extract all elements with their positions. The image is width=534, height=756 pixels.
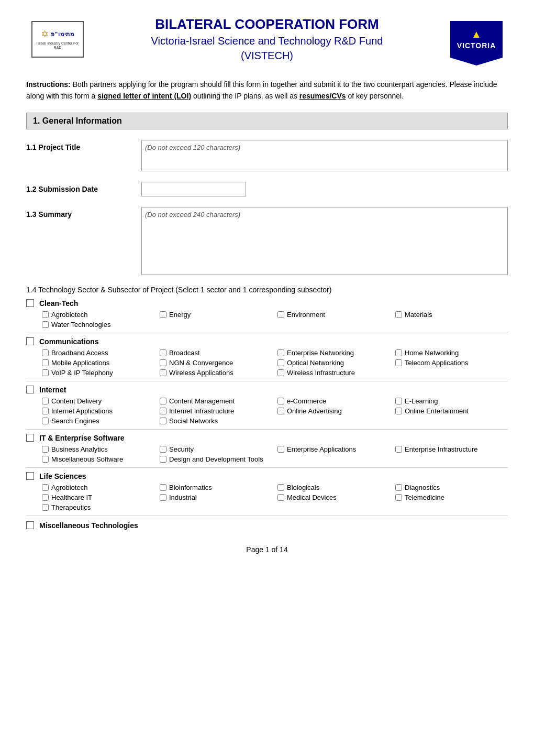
content-delivery-checkbox[interactable] [42, 398, 49, 404]
enterprise-networking-checkbox[interactable] [277, 349, 284, 356]
therapeutics-checkbox[interactable] [42, 504, 49, 511]
victoria-text: VICTORIA [457, 41, 496, 50]
biologicals-label: Biologicals [287, 484, 319, 491]
list-item: Broadband Access [42, 349, 154, 357]
online-entertainment-label: Online Entertainment [405, 407, 469, 415]
clean-tech-checkbox[interactable] [26, 299, 34, 307]
internet-checkbox[interactable] [26, 386, 34, 393]
mobile-apps-checkbox[interactable] [42, 359, 49, 366]
instructions-block: Instructions: Both partners applying for… [26, 79, 508, 102]
bioinformatics-checkbox[interactable] [160, 484, 166, 491]
list-item: Energy [160, 311, 272, 319]
optical-networking-checkbox[interactable] [277, 359, 284, 366]
telecom-apps-checkbox[interactable] [395, 359, 402, 366]
list-item: Wireless Infrastructure [277, 369, 390, 377]
diagnostics-checkbox[interactable] [395, 484, 402, 491]
business-analytics-checkbox[interactable] [42, 446, 49, 453]
agrobiotech-ls-checkbox[interactable] [42, 484, 49, 491]
industrial-label: Industrial [169, 494, 197, 501]
communications-label: Communications [39, 337, 99, 346]
resumes-text: resumes/CVs [299, 92, 346, 100]
submission-date-label: 1.2 Submission Date [26, 182, 131, 193]
medical-devices-label: Medical Devices [287, 494, 337, 501]
wireless-infra-checkbox[interactable] [277, 369, 284, 376]
internet-sector: Internet Content Delivery Content Manage… [26, 386, 508, 430]
environment-checkbox[interactable] [277, 311, 284, 318]
enterprise-infra-checkbox[interactable] [395, 446, 402, 453]
agrobiotech-cleantech-label: Agrobiotech [51, 311, 87, 319]
misc-tech-checkbox[interactable] [26, 521, 34, 529]
social-networks-checkbox[interactable] [160, 418, 166, 424]
home-networking-label: Home Networking [405, 349, 459, 357]
clean-tech-label: Clean-Tech [39, 299, 78, 308]
ecommerce-checkbox[interactable] [277, 398, 284, 404]
list-item: Environment [277, 311, 390, 319]
industrial-checkbox[interactable] [160, 494, 166, 501]
online-advertising-checkbox[interactable] [277, 408, 284, 414]
list-item: E-Learning [395, 397, 508, 405]
submission-date-input[interactable] [141, 182, 246, 196]
life-sciences-sector: Life Sciences Agrobiotech Bioinformatics… [26, 472, 508, 516]
list-item: Design and Development Tools [160, 455, 272, 463]
internet-apps-label: Internet Applications [51, 407, 113, 415]
design-dev-tools-checkbox[interactable] [160, 456, 166, 463]
broadband-access-checkbox[interactable] [42, 349, 49, 356]
broadcast-label: Broadcast [169, 349, 200, 357]
content-management-checkbox[interactable] [160, 398, 166, 404]
telemedicine-checkbox[interactable] [395, 494, 402, 501]
signed-loi-text: signed letter of intent (LOI) [97, 92, 191, 100]
voip-checkbox[interactable] [42, 369, 49, 376]
list-item: Mobile Applications [42, 359, 154, 367]
list-item: Online Entertainment [395, 407, 508, 415]
list-item: Broadcast [160, 349, 272, 357]
it-enterprise-checkbox[interactable] [26, 434, 34, 442]
victoria-logo-container: ▲ VICTORIA [445, 21, 508, 58]
life-sciences-checkbox[interactable] [26, 472, 34, 480]
online-entertainment-checkbox[interactable] [395, 408, 402, 414]
enterprise-apps-label: Enterprise Applications [287, 445, 356, 453]
search-engines-checkbox[interactable] [42, 418, 49, 424]
enterprise-apps-checkbox[interactable] [277, 446, 284, 453]
broadcast-checkbox[interactable] [160, 349, 166, 356]
security-checkbox[interactable] [160, 446, 166, 453]
project-title-input[interactable]: (Do not exceed 120 characters) [141, 140, 508, 171]
matimop-logo: ✡ מתימו"פ Israeli Industry Center For R&… [31, 21, 84, 58]
communications-header: Communications [26, 337, 508, 346]
matimop-text: מתימו"פ [51, 31, 74, 38]
list-item: Wireless Applications [160, 369, 272, 377]
matimop-subtext: Israeli Industry Center For R&D [35, 41, 81, 50]
agrobiotech-cleantech-checkbox[interactable] [42, 311, 49, 318]
ngn-convergence-checkbox[interactable] [160, 359, 166, 366]
misc-software-checkbox[interactable] [42, 456, 49, 463]
healthcare-it-checkbox[interactable] [42, 494, 49, 501]
water-tech-checkbox[interactable] [42, 321, 49, 328]
list-item: Content Delivery [42, 397, 154, 405]
telecom-apps-label: Telecom Applications [405, 359, 468, 367]
security-label: Security [169, 445, 194, 453]
list-item: Enterprise Infrastructure [395, 445, 508, 453]
internet-apps-checkbox[interactable] [42, 408, 49, 414]
list-item: VoIP & IP Telephony [42, 369, 154, 377]
life-sciences-subsectors: Agrobiotech Bioinformatics Biologicals D… [42, 484, 508, 511]
wireless-apps-checkbox[interactable] [160, 369, 166, 376]
energy-checkbox[interactable] [160, 311, 166, 318]
agrobiotech-ls-label: Agrobiotech [51, 484, 87, 491]
summary-input[interactable]: (Do not exceed 240 characters) [141, 207, 508, 275]
healthcare-it-label: Healthcare IT [51, 494, 92, 501]
ngn-convergence-label: NGN & Convergence [169, 359, 233, 367]
list-item: Diagnostics [395, 484, 508, 491]
materials-checkbox[interactable] [395, 311, 402, 318]
home-networking-checkbox[interactable] [395, 349, 402, 356]
elearning-checkbox[interactable] [395, 398, 402, 404]
clean-tech-subsectors: Agrobiotech Energy Environment Materials… [42, 311, 508, 328]
misc-tech-sector: Miscellaneous Technologies [26, 521, 508, 530]
internet-subsectors: Content Delivery Content Management e-Co… [42, 397, 508, 425]
communications-checkbox[interactable] [26, 337, 34, 345]
medical-devices-checkbox[interactable] [277, 494, 284, 501]
communications-subsectors: Broadband Access Broadcast Enterprise Ne… [42, 349, 508, 377]
list-item: Agrobiotech [42, 484, 154, 491]
content-management-label: Content Management [169, 397, 235, 405]
biologicals-checkbox[interactable] [277, 484, 284, 491]
list-item: Healthcare IT [42, 494, 154, 501]
internet-infra-checkbox[interactable] [160, 408, 166, 414]
